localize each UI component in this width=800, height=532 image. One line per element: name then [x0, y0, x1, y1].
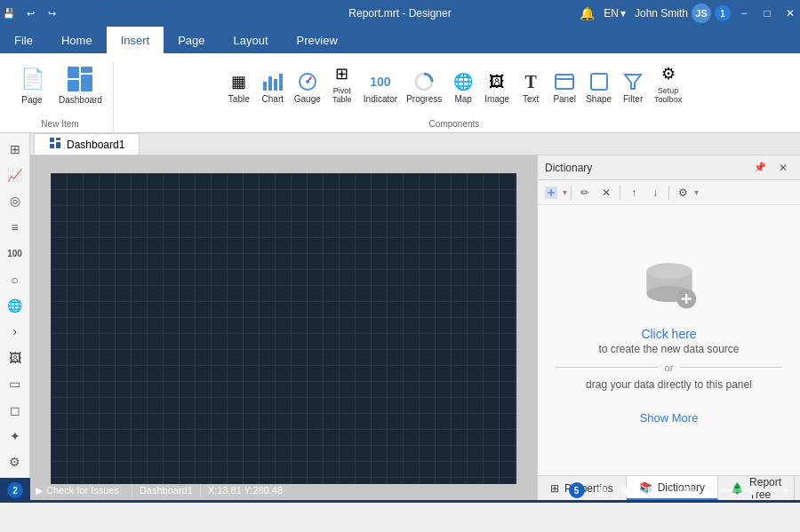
ribbon-btn-text[interactable]: T Text: [515, 69, 547, 106]
title-bar: 💾 ↩ ↪ Report.mrt - Designer 🔔 EN ▾ John …: [0, 0, 800, 27]
ribbon-btn-page[interactable]: 📄 Page: [12, 61, 52, 108]
sidebar-btn-grid[interactable]: ⊞: [3, 137, 28, 161]
notification-badge: 1: [715, 5, 731, 21]
check-issues-button[interactable]: ▶ Check for Issues: [30, 483, 124, 498]
pin-button[interactable]: 📌: [750, 158, 770, 178]
close-button[interactable]: ✕: [780, 4, 800, 23]
tab-dashboard1[interactable]: Dashboard1: [34, 133, 140, 155]
redo-button[interactable]: ↪: [43, 4, 60, 22]
ribbon-group-new-item: 📄 Page Dashboard New Item: [7, 61, 114, 132]
sidebar-btn-image[interactable]: 🖼: [3, 345, 28, 369]
svg-rect-2: [68, 80, 79, 91]
dict-up-button[interactable]: ↑: [624, 183, 644, 202]
ribbon-btn-shape[interactable]: Shape: [582, 69, 615, 106]
username-label: John Smith: [635, 7, 688, 20]
minimize-button[interactable]: −: [734, 4, 754, 23]
svg-rect-6: [274, 79, 277, 91]
ribbon-btn-setup-toolbox[interactable]: ⚙ SetupToolbox: [651, 61, 685, 106]
zoom-slider[interactable]: [722, 488, 775, 492]
svg-rect-10: [556, 75, 573, 89]
page-indicator-2[interactable]: ▣: [618, 483, 636, 497]
sidebar-btn-settings[interactable]: ⚙: [3, 450, 28, 474]
zoom-in-button[interactable]: +: [779, 483, 793, 497]
sidebar-btn-panel[interactable]: ▭: [3, 372, 28, 396]
canvas-wrapper[interactable]: [30, 155, 537, 500]
sidebar-btn-filter[interactable]: ✦: [3, 424, 28, 448]
ribbon-btn-filter[interactable]: Filter: [617, 69, 649, 106]
ribbon-btn-dashboard[interactable]: Dashboard: [53, 61, 108, 108]
panel-title: Dictionary: [545, 162, 592, 174]
sidebar-btn-circle[interactable]: ○: [3, 267, 28, 291]
save-button[interactable]: 💾: [0, 4, 18, 22]
zoom-out-button[interactable]: −: [704, 483, 718, 497]
close-panel-button[interactable]: ✕: [773, 158, 793, 178]
show-more-link[interactable]: Show More: [640, 411, 699, 425]
ribbon-btn-pivot[interactable]: ⊞ PivotTable: [326, 61, 358, 106]
ribbon-btn-gauge[interactable]: Gauge: [291, 69, 324, 106]
dict-down-button[interactable]: ↓: [645, 183, 665, 202]
content-area: Dictionary 📌 ✕ ▾ ✏ ✕ ↑ ↓: [30, 155, 800, 500]
left-sidebar: ⊞ 📈 ◎ ≡ 100 ○ 🌐 › 🖼 ▭ ◻ ✦ ⚙: [0, 133, 30, 478]
undo-button[interactable]: ↩: [21, 4, 39, 22]
svg-point-24: [646, 264, 692, 280]
sidebar-btn-list[interactable]: ≡: [3, 215, 28, 239]
svg-rect-12: [591, 74, 607, 90]
menu-home[interactable]: Home: [47, 27, 107, 53]
dict-delete-button[interactable]: ✕: [596, 183, 616, 202]
dict-edit-button[interactable]: ✏: [575, 183, 595, 202]
svg-rect-15: [56, 138, 60, 140]
status-right: 5 ▦ ▣ ▦ 41% − +: [569, 482, 793, 498]
status-badge-2: 2: [7, 482, 23, 498]
ribbon-btn-chart[interactable]: Chart: [257, 69, 289, 106]
menu-file[interactable]: File: [0, 27, 47, 53]
ribbon-btn-panel[interactable]: Panel: [548, 69, 580, 106]
panel-toolbar: ▾ ✏ ✕ ↑ ↓ ⚙ ▾: [538, 180, 800, 205]
sidebar-btn-gauge[interactable]: ◎: [3, 189, 28, 213]
page-indicator-1[interactable]: ▦: [592, 483, 611, 497]
menu-insert[interactable]: Insert: [107, 27, 164, 53]
maximize-button[interactable]: □: [757, 4, 777, 23]
user-avatar: JS: [692, 4, 711, 23]
sidebar-btn-indicator[interactable]: 100: [3, 242, 28, 266]
check-icon: ▶: [36, 485, 43, 496]
sidebar-btn-map[interactable]: 🌐: [3, 293, 28, 317]
page-indicator-3[interactable]: ▦: [644, 483, 662, 497]
menu-page[interactable]: Page: [164, 27, 219, 53]
ribbon-btn-progress[interactable]: Progress: [403, 69, 445, 106]
svg-rect-4: [263, 82, 267, 91]
svg-rect-14: [50, 138, 54, 142]
drag-desc: drag your data directly to this panel: [586, 377, 752, 393]
menu-preview[interactable]: Preview: [283, 27, 352, 53]
quick-access: 💾 ↩ ↪: [0, 4, 60, 22]
ribbon-btn-indicator[interactable]: 100 Indicator: [360, 69, 401, 106]
panel-content: Click here to create the new data source…: [538, 205, 800, 475]
tab-bar: Dashboard1: [30, 133, 800, 155]
svg-point-8: [306, 80, 309, 83]
data-source-desc: to create the new data source: [598, 341, 739, 358]
zoom-controls: − +: [704, 483, 793, 497]
click-here-link[interactable]: Click here: [641, 327, 696, 341]
zoom-percent: 41%: [677, 485, 697, 496]
svg-rect-5: [268, 76, 272, 91]
grid-overlay: [51, 173, 516, 484]
sidebar-btn-shape[interactable]: ◻: [3, 398, 28, 422]
menu-bar: File Home Insert Page Layout Preview: [0, 27, 800, 53]
menu-layout[interactable]: Layout: [220, 27, 283, 53]
dict-settings-button[interactable]: ⚙: [673, 183, 692, 202]
tab-name-status: Dashboard1: [140, 485, 193, 496]
tab-icon: [49, 137, 61, 152]
svg-rect-0: [68, 67, 79, 78]
right-panel: Dictionary 📌 ✕ ▾ ✏ ✕ ↑ ↓: [537, 155, 800, 500]
svg-rect-17: [56, 142, 60, 148]
canvas[interactable]: [51, 173, 516, 484]
sidebar-btn-chart[interactable]: 📈: [3, 163, 28, 187]
ribbon-btn-image[interactable]: 🖼 Image: [481, 69, 513, 106]
notification-icon[interactable]: 🔔: [580, 6, 595, 20]
coordinates-status: X:13.81 Y:280.48: [208, 485, 283, 496]
language-selector[interactable]: EN ▾: [598, 7, 631, 20]
ribbon-btn-table[interactable]: ▦ Table: [223, 69, 255, 106]
ribbon-btn-map[interactable]: 🌐 Map: [447, 69, 479, 106]
panel-header: Dictionary 📌 ✕: [538, 155, 800, 180]
sidebar-btn-expand[interactable]: ›: [3, 320, 28, 344]
dict-add-button[interactable]: [541, 183, 561, 202]
